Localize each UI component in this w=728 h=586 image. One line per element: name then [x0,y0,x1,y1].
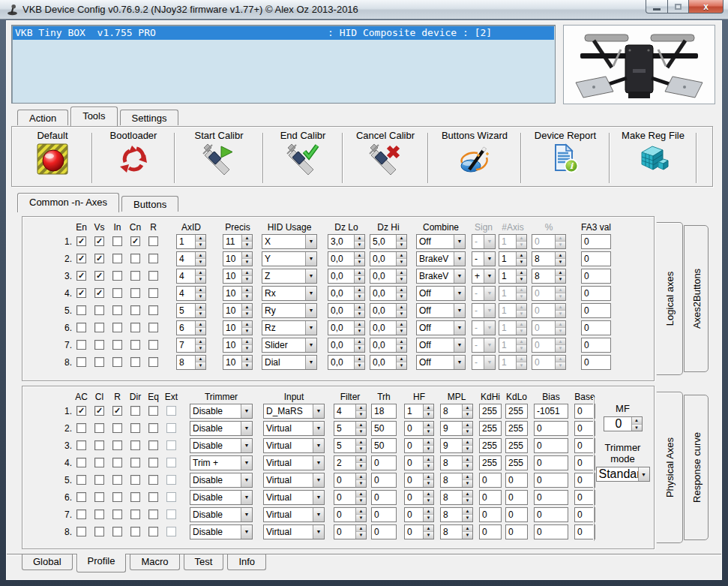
dz-hi-spinner[interactable]: 0,0▲▼ [370,251,407,266]
spinner-arrows[interactable]: ▲▼ [355,404,366,418]
checkbox-in[interactable] [112,271,122,281]
tab-test[interactable]: Test [184,554,224,570]
dz-hi-spinner[interactable]: 0,0▲▼ [370,303,407,318]
base-field[interactable]: 0 [574,507,595,522]
mpl-spinner[interactable]: 8▲▼ [440,507,473,522]
combine-dropdown[interactable]: Off▼ [416,320,466,335]
spinner-arrows[interactable]: ▲▼ [462,473,472,487]
spinner-arrows[interactable]: ▲▼ [195,356,205,369]
checkbox-cn[interactable] [130,254,140,263]
spinner-arrows[interactable]: ▲▼ [195,287,205,300]
hid-usage-dropdown[interactable]: X▼ [262,234,317,249]
spinner-arrows[interactable]: ▲▼ [555,252,565,266]
checkbox-cl[interactable] [94,527,104,536]
kdhi-field[interactable]: 0 [479,507,502,522]
checkbox-eq[interactable] [148,458,158,467]
spinner-arrows[interactable]: ▲▼ [354,321,364,335]
dz-hi-spinner[interactable]: 0,0▲▼ [370,338,407,353]
axid-spinner[interactable]: 4▲▼ [176,269,206,284]
fa3-val-field[interactable]: 0 [581,355,611,370]
sign-dropdown[interactable]: +▼ [472,269,496,284]
spinner-arrows[interactable]: ▲▼ [462,508,472,521]
precis-spinner[interactable]: 11▲▼ [223,234,253,249]
spinner-arrows[interactable]: ▲▼ [423,422,433,435]
maximize-button[interactable] [668,0,689,14]
tab-settings[interactable]: Settings [120,110,179,125]
spinner-arrows[interactable]: ▲▼ [354,356,364,369]
checkbox-dir[interactable] [130,440,140,450]
num-axis-spinner[interactable]: 1▲▼ [499,303,527,318]
spinner-arrows[interactable]: ▲▼ [195,304,205,317]
checkbox-vs[interactable]: ✓ [94,271,104,281]
axid-spinner[interactable]: 5▲▼ [176,303,206,318]
spinner-arrows[interactable]: ▲▼ [241,338,252,352]
dz-lo-spinner[interactable]: 3,0▲▼ [328,234,365,249]
spinner-arrows[interactable]: ▲▼ [396,321,406,335]
checkbox-r[interactable] [148,340,158,350]
checkbox-in[interactable] [112,254,122,263]
spinner-arrows[interactable]: ▲▼ [396,287,406,300]
spinner-arrows[interactable]: ▲▼ [555,321,565,335]
axid-spinner[interactable]: 7▲▼ [176,338,206,353]
input-dropdown[interactable]: Virtual▼ [263,473,325,488]
precis-spinner[interactable]: 10▲▼ [223,251,253,266]
num-axis-spinner[interactable]: 1▲▼ [499,286,527,301]
sign-dropdown[interactable]: -▼ [472,355,496,370]
checkbox-cn[interactable]: ✓ [130,236,140,246]
fa3-val-field[interactable]: 0 [581,251,611,266]
tab-info[interactable]: Info [227,554,266,570]
dz-hi-spinner[interactable]: 0,0▲▼ [370,320,407,335]
spinner-arrows[interactable]: ▲▼ [396,356,406,369]
percent-spinner[interactable]: 8▲▼ [532,251,566,266]
start-calibr-button[interactable]: Start Calibr [177,128,261,186]
spinner-arrows[interactable]: ▲▼ [195,338,205,352]
buttons-wizard-button[interactable]: Buttons Wizard [430,128,519,186]
axid-spinner[interactable]: 4▲▼ [176,251,206,266]
checkbox-ac[interactable] [76,527,86,536]
spinner-arrows[interactable]: ▲▼ [241,235,252,248]
trh-field[interactable]: 0 [371,455,397,470]
dz-lo-spinner[interactable]: 0,0▲▼ [328,303,365,318]
kdlo-field[interactable]: 255 [505,438,528,453]
dz-lo-spinner[interactable]: 0,0▲▼ [328,269,365,284]
spinner-arrows[interactable]: ▲▼ [516,321,526,335]
side-tab-logical-axes[interactable]: Logical axes [656,222,683,375]
spinner-arrows[interactable]: ▲▼ [396,252,406,266]
spinner-arrows[interactable]: ▲▼ [355,508,366,521]
tab-buttons[interactable]: Buttons [121,196,178,212]
hid-usage-dropdown[interactable]: Slider▼ [262,338,317,353]
tab-global[interactable]: Global [22,554,73,570]
hid-usage-dropdown[interactable]: Dial▼ [262,355,317,370]
filter-spinner[interactable]: 0▲▼ [334,507,367,522]
dz-hi-spinner[interactable]: 5,0▲▼ [370,234,407,249]
combine-dropdown[interactable]: Off▼ [416,286,466,301]
checkbox-dir[interactable] [130,458,140,467]
input-dropdown[interactable]: Virtual▼ [263,421,325,436]
dz-lo-spinner[interactable]: 0,0▲▼ [328,286,365,301]
trimmer-dropdown[interactable]: Disable▼ [190,473,253,488]
checkbox-cl[interactable]: ✓ [94,406,104,416]
filter-spinner[interactable]: 5▲▼ [334,438,367,453]
input-dropdown[interactable]: Virtual▼ [263,507,325,522]
checkbox-in[interactable] [112,305,122,315]
checkbox-r[interactable] [148,323,158,332]
kdlo-field[interactable]: 0 [505,507,528,522]
kdlo-field[interactable]: 255 [505,421,528,436]
spinner-arrows[interactable]: ▲▼ [354,338,364,352]
checkbox-cl[interactable] [94,509,104,519]
checkbox-ac[interactable] [76,492,86,502]
kdlo-field[interactable]: 0 [505,524,528,539]
trh-field[interactable]: 18 [371,404,397,419]
mpl-spinner[interactable]: 8▲▼ [440,524,473,539]
percent-spinner[interactable]: 0▲▼ [532,338,566,353]
spinner-arrows[interactable]: ▲▼ [396,269,406,283]
trimmer-dropdown[interactable]: Disable▼ [190,404,253,419]
checkbox-vs[interactable]: ✓ [94,254,104,263]
spinner-arrows[interactable]: ▲▼ [355,473,366,487]
hid-usage-dropdown[interactable]: Z▼ [262,269,317,284]
precis-spinner[interactable]: 10▲▼ [223,269,253,284]
checkbox-ac[interactable] [76,423,86,433]
checkbox-dir[interactable] [130,423,140,433]
percent-spinner[interactable]: 0▲▼ [532,234,566,249]
spinner-arrows[interactable]: ▲▼ [631,417,642,431]
